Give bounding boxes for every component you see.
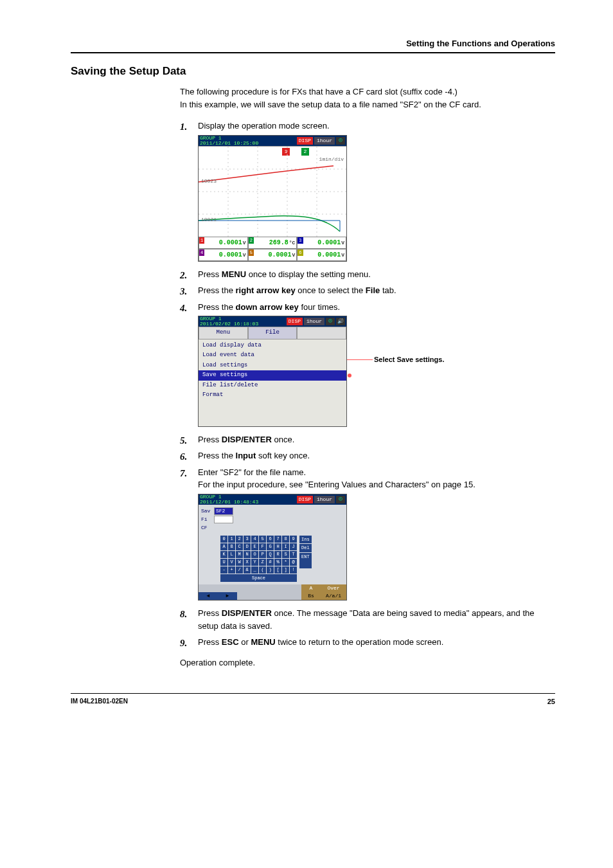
key[interactable]: 8: [282, 536, 289, 543]
key[interactable]: B: [228, 543, 235, 550]
step-1: 1. Display the operation mode screen. GR…: [180, 120, 555, 262]
step-3-post: tab.: [380, 285, 396, 295]
key[interactable]: I: [282, 543, 289, 550]
softkey-right[interactable]: ►: [218, 592, 237, 600]
screenshot-keyboard: GROUP 12011/12/01 10:48:43 DISP 1hour Sa…: [198, 494, 347, 601]
key[interactable]: H: [274, 543, 281, 550]
tab-empty: [297, 327, 346, 339]
key[interactable]: #: [267, 559, 274, 566]
menu-format[interactable]: Format: [199, 390, 346, 401]
key[interactable]: W: [236, 559, 243, 566]
key[interactable]: -: [220, 566, 227, 574]
key[interactable]: 3: [244, 536, 251, 543]
intro-line2: In this example, we will save the setup …: [180, 98, 555, 111]
key[interactable]: ): [267, 566, 274, 574]
key[interactable]: V: [228, 559, 235, 566]
key[interactable]: &: [244, 566, 251, 574]
callout-save-settings: Select Save settings.: [374, 354, 444, 365]
softkey-left[interactable]: ◄: [199, 592, 218, 600]
step-9: 9. Press ESC or MENU twice to return to …: [180, 636, 555, 649]
key[interactable]: _: [251, 566, 258, 574]
trend-graph: 1 2 1min/div: [199, 146, 346, 237]
range-button-2: 1hour: [304, 318, 324, 325]
key-space[interactable]: Space: [220, 574, 297, 583]
key[interactable]: K: [220, 551, 227, 558]
key[interactable]: ]: [282, 566, 289, 574]
step-5: 5. Press DISP/ENTER once.: [180, 433, 555, 446]
key[interactable]: A: [220, 543, 227, 550]
key[interactable]: 5: [259, 536, 266, 543]
callout-line: [347, 359, 373, 360]
key[interactable]: O: [251, 551, 258, 558]
key[interactable]: %: [274, 559, 281, 566]
key[interactable]: (: [259, 566, 266, 574]
key[interactable]: 7: [274, 536, 281, 543]
step-9-mid: or: [239, 637, 251, 647]
step-4-num: 4.: [180, 301, 187, 316]
key[interactable]: X: [244, 559, 251, 566]
key[interactable]: 9: [290, 536, 297, 543]
key[interactable]: Q: [267, 551, 274, 558]
key[interactable]: !: [290, 566, 297, 574]
key[interactable]: 4: [251, 536, 258, 543]
key[interactable]: 1: [228, 536, 235, 543]
key[interactable]: T: [290, 551, 297, 558]
key[interactable]: 6: [267, 536, 274, 543]
softkey-mode[interactable]: A/a/1: [321, 592, 346, 600]
group-label-3: GROUP 12011/12/01 10:48:43: [200, 494, 258, 505]
key[interactable]: R: [274, 551, 281, 558]
key[interactable]: Z: [259, 559, 266, 566]
menu-load-event[interactable]: Load event data: [199, 350, 346, 361]
tab-menu[interactable]: Menu: [199, 327, 248, 339]
disp-icon-2: DISP: [287, 318, 303, 325]
softkey-over[interactable]: Over: [321, 584, 346, 592]
step-2: 2. Press MENU once to display the settin…: [180, 268, 555, 281]
key[interactable]: D: [244, 543, 251, 550]
sound-icon: [336, 318, 345, 325]
menu-save-settings[interactable]: Save settings: [199, 370, 346, 381]
filename-input[interactable]: SF2: [214, 507, 233, 515]
step-1-text: Display the operation mode screen.: [198, 121, 330, 131]
tab-file[interactable]: File: [248, 327, 298, 339]
step-6-post: soft key once.: [256, 451, 310, 460]
key[interactable]: +: [228, 566, 235, 574]
softkey-a[interactable]: A: [301, 584, 321, 592]
keyboard-keys: 0123456789 ABCDEFGHIJ KLMNOPQRST UVWXYZ#…: [220, 536, 297, 574]
key[interactable]: L: [228, 551, 235, 558]
key[interactable]: E: [251, 543, 258, 550]
menu-file-list[interactable]: File list/delete: [199, 381, 346, 391]
menu-load-settings[interactable]: Load settings: [199, 361, 346, 371]
page-header: Setting the Functions and Operations: [71, 39, 555, 53]
key[interactable]: C: [236, 543, 243, 550]
step-8-bold: DISP/ENTER: [222, 608, 272, 618]
key[interactable]: /: [236, 566, 243, 574]
key[interactable]: 0: [220, 536, 227, 543]
key-ent[interactable]: ENT: [299, 553, 312, 568]
key[interactable]: F: [259, 543, 266, 550]
step-9-pre: Press: [198, 637, 222, 647]
key[interactable]: @: [290, 559, 297, 566]
key-del[interactable]: Del: [299, 544, 312, 552]
key[interactable]: U: [220, 559, 227, 566]
key[interactable]: 2: [236, 536, 243, 543]
key[interactable]: J: [290, 543, 297, 550]
key[interactable]: P: [259, 551, 266, 558]
value-cell-5: 50.0001V: [248, 249, 298, 261]
disp-icon-3: DISP: [297, 496, 313, 503]
softkey-bs[interactable]: Bs: [301, 592, 321, 600]
key[interactable]: [: [274, 566, 281, 574]
step-3-mid: once to select the: [296, 285, 366, 295]
closing-text: Operation complete.: [180, 658, 555, 667]
key-ins[interactable]: Ins: [299, 536, 312, 544]
key[interactable]: G: [267, 543, 274, 550]
step-2-num: 2.: [180, 268, 187, 283]
key[interactable]: Y: [251, 559, 258, 566]
step-3: 3. Press the right arrow key once to sel…: [180, 284, 555, 297]
key[interactable]: N: [244, 551, 251, 558]
value-row-1: 10.0001V 2269.8°C 30.0001V: [199, 237, 346, 249]
menu-load-display[interactable]: Load display data: [199, 341, 346, 351]
key[interactable]: *: [282, 559, 289, 566]
key[interactable]: S: [282, 551, 289, 558]
key[interactable]: M: [236, 551, 243, 558]
screenshot-file-menu: GROUP 12011/02/02 16:18:03 DISP 1hour Me…: [198, 316, 347, 427]
